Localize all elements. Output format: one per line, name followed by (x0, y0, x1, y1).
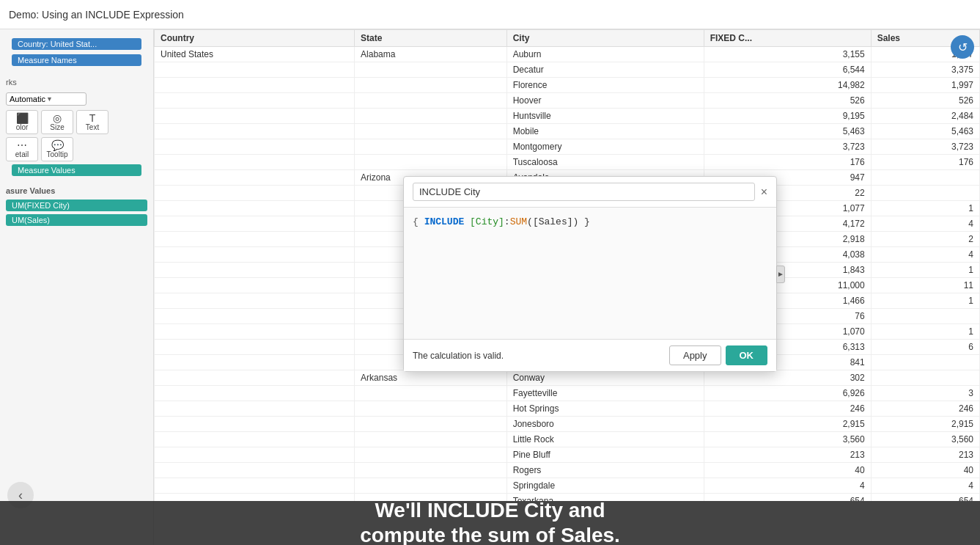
cell-country (155, 278, 355, 293)
cell-state: Alabama (355, 47, 507, 62)
dialog-title-input[interactable] (413, 183, 755, 201)
table-row: Little Rock3,5603,560 (155, 432, 980, 447)
table-row: Montgomery3,7233,723 (155, 139, 980, 155)
cell-state (355, 155, 507, 170)
tooltip-btn[interactable]: 💬 Tooltip (41, 137, 73, 161)
cell-sales: 2,484 (871, 109, 979, 124)
marks-icons-row: ⬛ olor ◎ Size T Text (6, 110, 147, 134)
cell-state (355, 386, 507, 401)
cell-fixed: 246 (704, 401, 871, 417)
table-header-row: Country State City FIXED C... Sales (155, 30, 980, 47)
detail-btn[interactable]: ⋯ etail (6, 137, 38, 161)
cell-country (155, 247, 355, 263)
color-btn[interactable]: ⬛ olor (6, 110, 38, 134)
cell-fixed: 3,155 (704, 47, 871, 62)
cell-city: Auburn (506, 47, 704, 62)
cell-fixed: 9,195 (704, 109, 871, 124)
cell-country (155, 494, 355, 502)
col-city: City (506, 30, 704, 47)
cell-sales: 213 (871, 447, 979, 463)
dialog-close-button[interactable]: × (761, 186, 767, 198)
cell-sales: 4 (871, 478, 979, 494)
cell-fixed: 5,463 (704, 124, 871, 139)
cell-fixed: 14,982 (704, 78, 871, 93)
size-btn[interactable]: ◎ Size (41, 110, 73, 134)
col-fixed: FIXED C... (704, 30, 871, 47)
cell-state (355, 139, 507, 155)
cell-sales: 4 (871, 247, 979, 263)
cell-state: Arkansas (355, 370, 507, 386)
cell-sales: 40 (871, 463, 979, 478)
cell-country (155, 201, 355, 216)
apply-button[interactable]: Apply (669, 345, 721, 365)
cell-country (155, 463, 355, 478)
table-row: Florence14,9821,997 (155, 78, 980, 93)
cell-sales (871, 309, 979, 324)
cell-sales: 1 (871, 201, 979, 216)
subtitle-bar: We'll INCLUDE City and compute the sum o… (0, 501, 980, 545)
cell-city: Rogers (506, 463, 704, 478)
cell-country (155, 447, 355, 463)
cell-state (355, 62, 507, 78)
cell-country (155, 340, 355, 355)
cell-fixed: 6,544 (704, 62, 871, 78)
fixed-city-pill[interactable]: UM(FIXED City) (6, 200, 147, 211)
country-filter-pill[interactable]: Country: United Stat... (12, 38, 141, 50)
cell-sales: 3,560 (871, 432, 979, 447)
detail-icon: ⋯ (17, 140, 27, 150)
cell-city: Decatur (506, 62, 704, 78)
table-row: Pine Bluff213213 (155, 447, 980, 463)
refresh-button[interactable]: ↺ (951, 35, 974, 59)
cell-sales: 2,915 (871, 417, 979, 432)
cell-sales: 3,375 (871, 62, 979, 78)
cell-fixed: 176 (704, 155, 871, 170)
measure-names-pill[interactable]: Measure Names (12, 54, 141, 66)
cell-country (155, 186, 355, 201)
cell-country (155, 139, 355, 155)
cell-fixed: 3,723 (704, 139, 871, 155)
cell-country (155, 386, 355, 401)
table-row: Springdale44 (155, 478, 980, 494)
table-row: Mobile5,4635,463 (155, 124, 980, 139)
cell-fixed: 302 (704, 370, 871, 386)
measure-values-pill[interactable]: Measure Values (12, 164, 141, 176)
dialog-body[interactable]: { INCLUDE [City]:SUM([Sales]) } (404, 208, 776, 340)
cell-sales: 6 (871, 340, 979, 355)
cell-country (155, 355, 355, 370)
table-row: Huntsville9,1952,484 (155, 109, 980, 124)
text-btn[interactable]: T Text (76, 110, 108, 134)
cell-state (355, 432, 507, 447)
cell-sales (871, 355, 979, 370)
dialog-expand-handle[interactable]: ► (776, 266, 785, 283)
cell-sales (871, 186, 979, 201)
cell-country (155, 478, 355, 494)
sales-pill[interactable]: UM(Sales) (6, 214, 147, 226)
table-row: United StatesAlabamaAuburn3,1551,767 (155, 47, 980, 62)
cell-sales: 4 (871, 216, 979, 232)
size-icon: ◎ (53, 113, 62, 123)
validation-message: The calculation is valid. (413, 351, 669, 361)
cell-city: Fayetteville (506, 386, 704, 401)
cell-sales: 1 (871, 293, 979, 309)
measure-values-header: asure Values (0, 183, 153, 197)
cell-sales: 3 (871, 386, 979, 401)
text-icon: T (89, 113, 96, 123)
dialog-header: × (404, 177, 776, 208)
cell-sales: 2 (871, 232, 979, 247)
cell-country (155, 109, 355, 124)
ok-button[interactable]: OK (726, 345, 768, 365)
table-row: Decatur6,5443,375 (155, 62, 980, 78)
cell-city: Mobile (506, 124, 704, 139)
cell-country (155, 370, 355, 386)
col-country: Country (155, 30, 355, 47)
cell-fixed: 4 (704, 478, 871, 494)
marks-type-dropdown[interactable]: Automatic ▼ (6, 92, 86, 106)
cell-sales: 176 (871, 155, 979, 170)
cell-city: Little Rock (506, 432, 704, 447)
col-state: State (355, 30, 507, 47)
cell-city: Montgomery (506, 139, 704, 155)
dialog-footer: The calculation is valid. Apply OK (404, 340, 776, 371)
include-dialog: × { INCLUDE [City]:SUM([Sales]) } The ca… (403, 176, 777, 372)
formula-editor[interactable]: { INCLUDE [City]:SUM([Sales]) } (413, 216, 590, 227)
subtitle-text: We'll INCLUDE City and compute the sum o… (360, 498, 620, 545)
